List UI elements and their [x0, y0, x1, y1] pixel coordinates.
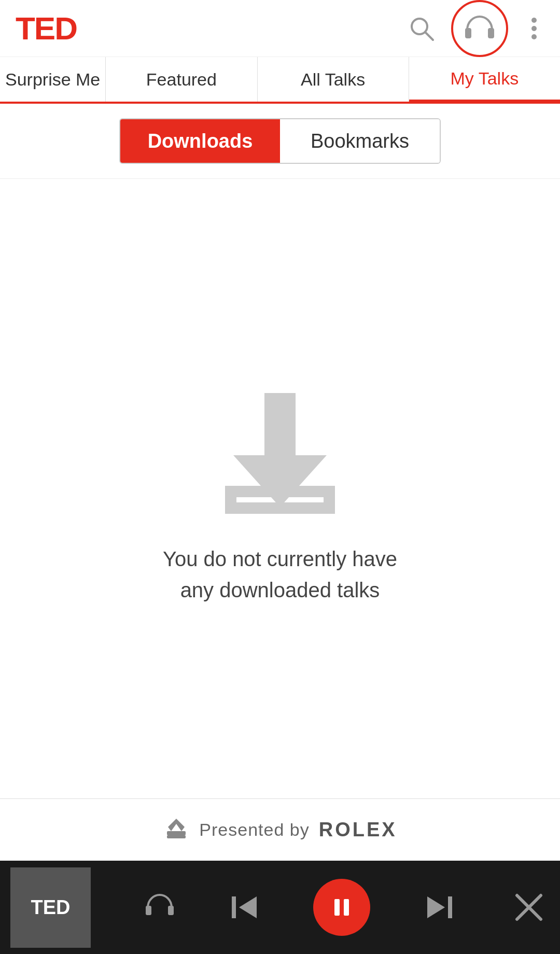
svg-rect-3	[488, 28, 494, 38]
search-button[interactable]	[407, 14, 436, 43]
player-bar: TED	[0, 861, 560, 954]
tab-downloads[interactable]: Downloads	[120, 119, 280, 163]
tab-bookmarks[interactable]: Bookmarks	[280, 119, 440, 163]
svg-rect-12	[167, 835, 186, 838]
svg-rect-19	[448, 896, 452, 918]
svg-marker-8	[233, 455, 327, 507]
svg-rect-2	[465, 28, 471, 38]
player-ted-logo: TED	[31, 896, 71, 919]
sub-tab-bar: Downloads Bookmarks	[0, 104, 560, 179]
svg-point-4	[531, 18, 537, 23]
svg-rect-13	[146, 906, 151, 915]
svg-marker-20	[427, 896, 445, 918]
download-icon	[202, 383, 358, 517]
svg-point-5	[531, 26, 537, 31]
presented-by-text: Presented by	[199, 820, 309, 840]
main-navigation: Surprise Me Featured All Talks My Talks	[0, 57, 560, 104]
svg-rect-15	[232, 896, 236, 918]
player-prev-button[interactable]	[229, 891, 261, 923]
sub-tab-container: Downloads Bookmarks	[119, 118, 441, 164]
svg-marker-10	[168, 819, 185, 831]
player-next-button[interactable]	[423, 891, 455, 923]
rolex-crown-icon	[163, 817, 190, 844]
sponsor-brand: ROLEX	[319, 819, 397, 841]
svg-rect-14	[168, 906, 174, 915]
tab-featured[interactable]: Featured	[106, 57, 257, 102]
svg-line-1	[425, 32, 433, 40]
svg-rect-7	[264, 393, 296, 466]
svg-point-6	[531, 34, 537, 39]
header-actions	[407, 0, 544, 57]
svg-marker-16	[239, 896, 257, 918]
app-logo: TED	[16, 10, 77, 47]
empty-downloads-state: You do not currently have any downloaded…	[163, 179, 397, 799]
sponsor-bar: Presented by ROLEX	[0, 798, 560, 861]
player-thumbnail[interactable]: TED	[10, 867, 91, 948]
tab-all-talks[interactable]: All Talks	[258, 57, 409, 102]
empty-state-text: You do not currently have any downloaded…	[163, 543, 397, 606]
headphone-button[interactable]	[451, 0, 508, 57]
main-content-area: You do not currently have any downloaded…	[0, 179, 560, 799]
player-pause-button[interactable]	[313, 879, 370, 936]
tab-my-talks[interactable]: My Talks	[409, 57, 560, 102]
more-options-button[interactable]	[524, 14, 544, 43]
svg-rect-11	[167, 831, 186, 835]
player-close-button[interactable]	[508, 887, 550, 928]
svg-rect-17	[334, 899, 340, 916]
player-headphone-button[interactable]	[144, 892, 176, 922]
app-header: TED	[0, 0, 560, 57]
svg-rect-18	[344, 899, 349, 916]
tab-surprise-me[interactable]: Surprise Me	[0, 57, 106, 102]
